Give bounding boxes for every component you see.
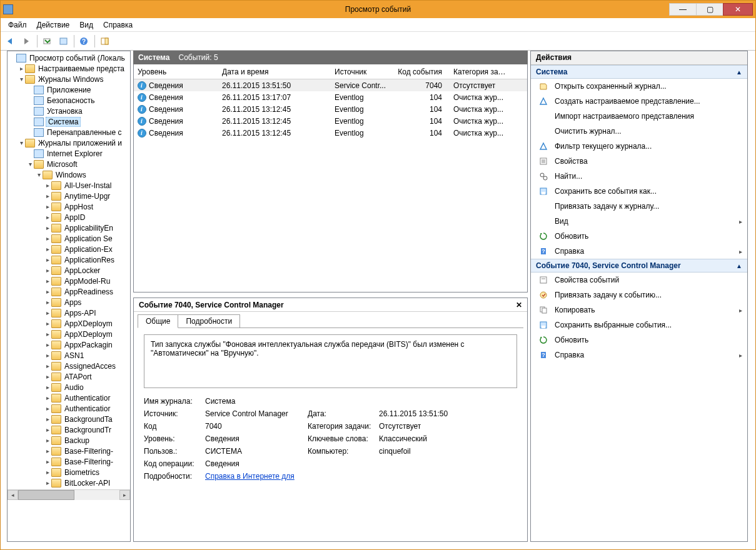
expand-icon[interactable]: ▸ — [44, 288, 51, 295]
expand-icon[interactable]: ▸ — [44, 352, 51, 359]
tree-windows-sub[interactable]: ▸ Application Se — [8, 233, 130, 244]
titlebar[interactable]: Просмотр событий — ▢ ✕ — [1, 1, 755, 18]
tree-windows[interactable]: ▾ Windows — [8, 169, 130, 180]
expand-icon[interactable]: ▸ — [44, 341, 51, 348]
tree-ie[interactable]: Internet Explorer — [8, 148, 130, 159]
expand-icon[interactable]: ▾ — [35, 171, 43, 178]
tree-log-system[interactable]: Система — [8, 116, 130, 127]
properties-button[interactable] — [56, 34, 71, 49]
tree-windows-sub[interactable]: ▸ AppXDeploym — [8, 318, 130, 329]
tree-windows-sub[interactable]: ▸ Backup — [8, 435, 130, 446]
table-row[interactable]: Сведения 26.11.2015 13:12:45 Eventlog 10… — [134, 115, 527, 127]
tree-log-application[interactable]: Приложение — [8, 84, 130, 95]
action-item[interactable]: Копировать ▸ — [531, 302, 747, 318]
action-item[interactable]: Открыть сохраненный журнал... — [531, 79, 747, 94]
tree-windows-sub[interactable]: ▸ BackgroundTa — [8, 414, 130, 424]
menu-help[interactable]: Справка — [98, 19, 138, 31]
scroll-left-button[interactable]: ◂ — [8, 490, 18, 500]
expand-icon[interactable]: ▸ — [44, 362, 51, 369]
minimize-button[interactable]: — — [669, 3, 697, 16]
tree-scrollbar[interactable]: ◂ ▸ — [8, 489, 130, 500]
tree-windows-sub[interactable]: ▸ AppModel-Ru — [8, 276, 130, 286]
expand-icon[interactable]: ▸ — [44, 214, 51, 221]
expand-icon[interactable]: ▸ — [44, 182, 51, 189]
expand-icon[interactable]: ▸ — [44, 267, 51, 274]
expand-icon[interactable]: ▸ — [44, 458, 51, 465]
action-item[interactable]: Импорт настраиваемого представления — [531, 109, 747, 124]
tree-log-security[interactable]: Безопасность — [8, 95, 130, 106]
col-datetime[interactable]: Дата и время — [218, 66, 331, 78]
action-pane-button[interactable] — [98, 34, 113, 49]
expand-icon[interactable]: ▸ — [44, 384, 51, 391]
table-row[interactable]: Сведения 26.11.2015 13:51:50 Service Con… — [134, 79, 527, 91]
action-item[interactable]: ? Справка ▸ — [531, 348, 747, 362]
action-item[interactable]: Очистить журнал... — [531, 124, 747, 139]
expand-icon[interactable]: ▸ — [44, 479, 51, 486]
tree-windows-sub[interactable]: ▸ AppLocker — [8, 265, 130, 276]
tree-windows-sub[interactable]: ▸ All-User-Instal — [8, 180, 130, 191]
detail-close-icon[interactable]: ✕ — [516, 301, 522, 309]
tree-windows-sub[interactable]: ▸ ApplicabilityEn — [8, 222, 130, 233]
online-help-link[interactable]: Справка в Интернете для — [205, 472, 295, 481]
action-item[interactable]: Привязать задачу к событию... — [531, 288, 747, 302]
action-item[interactable]: Вид ▸ — [531, 214, 747, 229]
expand-icon[interactable]: ▾ — [26, 161, 34, 168]
tree-windows-sub[interactable]: ▸ AppID — [8, 212, 130, 222]
expand-icon[interactable]: ▸ — [44, 394, 51, 401]
action-item[interactable]: Найти... — [531, 169, 747, 184]
back-button[interactable] — [3, 34, 18, 49]
col-source[interactable]: Источник — [331, 66, 393, 78]
tree-log-forwarded[interactable]: Перенаправленные с — [8, 127, 130, 138]
expand-icon[interactable]: ▸ — [44, 416, 51, 422]
expand-icon[interactable]: ▸ — [44, 405, 51, 412]
expand-icon[interactable]: ▸ — [44, 224, 51, 231]
tree-windows-sub[interactable]: ▸ Anytime-Upgr — [8, 191, 130, 201]
maximize-button[interactable]: ▢ — [696, 3, 723, 16]
tree-windows-sub[interactable]: ▸ ApplicationRes — [8, 254, 130, 265]
tree-windows-sub[interactable]: ▸ Application-Ex — [8, 244, 130, 254]
expand-icon[interactable]: ▸ — [44, 426, 51, 433]
expand-icon[interactable]: ▸ — [44, 331, 51, 338]
action-item[interactable]: Свойства событий — [531, 272, 747, 288]
tree-windows-sub[interactable]: ▸ BackgroundTr — [8, 424, 130, 435]
forward-button[interactable] — [19, 34, 34, 49]
scroll-thumb[interactable] — [18, 490, 74, 500]
tree-root[interactable]: Просмотр событий (Локаль — [8, 52, 130, 63]
tree-windows-sub[interactable]: ▸ Audio — [8, 382, 130, 392]
scroll-right-button[interactable]: ▸ — [119, 490, 130, 500]
tree-windows-sub[interactable]: ▸ AssignedAcces — [8, 361, 130, 371]
table-row[interactable]: Сведения 26.11.2015 13:17:07 Eventlog 10… — [134, 91, 527, 103]
expand-icon[interactable]: ▸ — [44, 192, 51, 199]
tree-windows-sub[interactable]: ▸ Base-Filtering- — [8, 456, 130, 467]
action-item[interactable]: Обновить — [531, 332, 747, 348]
actions-section-event[interactable]: Событие 7040, Service Control Manager ▲ — [531, 259, 747, 272]
expand-icon[interactable]: ▸ — [44, 235, 51, 242]
col-level[interactable]: Уровень — [134, 66, 218, 78]
grid-header[interactable]: Уровень Дата и время Источник Код событи… — [134, 64, 527, 79]
tree-windows-sub[interactable]: ▸ AppxPackagin — [8, 339, 130, 350]
tree-windows-sub[interactable]: ▸ ASN1 — [8, 350, 130, 361]
action-item[interactable]: Привязать задачу к журналу... — [531, 199, 747, 214]
expand-icon[interactable]: ▸ — [44, 448, 51, 454]
menu-view[interactable]: Вид — [74, 19, 98, 31]
tab-details[interactable]: Подробности — [178, 314, 240, 328]
action-item[interactable]: ? Справка ▸ — [531, 244, 747, 259]
tree-windows-sub[interactable]: ▸ AppReadiness — [8, 286, 130, 297]
expand-icon[interactable]: ▸ — [44, 278, 51, 284]
expand-icon[interactable]: ▸ — [44, 203, 51, 210]
action-item[interactable]: Сохранить все события как... — [531, 184, 747, 199]
tree-windows-sub[interactable]: ▸ Authenticatior — [8, 403, 130, 414]
action-item[interactable]: Сохранить выбранные события... — [531, 318, 747, 332]
expand-icon[interactable]: ▸ — [44, 256, 51, 263]
tree-windows-sub[interactable]: ▸ Biometrics — [8, 467, 130, 478]
col-category[interactable]: Категория зад... — [450, 66, 512, 78]
tree-windows-sub[interactable]: ▸ BitLocker-API — [8, 478, 130, 488]
close-button[interactable]: ✕ — [723, 3, 753, 16]
tree-microsoft[interactable]: ▾ Microsoft — [8, 159, 130, 169]
tab-general[interactable]: Общие — [138, 314, 178, 328]
show-tree-button[interactable] — [40, 34, 55, 49]
expand-icon[interactable]: ▸ — [44, 373, 51, 380]
tree-windows-sub[interactable]: ▸ Base-Filtering- — [8, 446, 130, 456]
tree-windows-sub[interactable]: ▸ AppXDeploym — [8, 329, 130, 339]
tree-custom-views[interactable]: ▸ Настраиваемые предста — [8, 63, 130, 74]
